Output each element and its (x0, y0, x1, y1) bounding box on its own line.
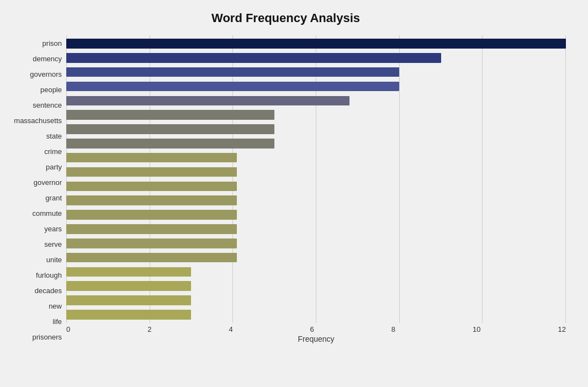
bar-row (66, 122, 566, 136)
y-label: commute (33, 210, 62, 217)
bar-row (66, 308, 566, 322)
y-label: grant (45, 194, 62, 202)
y-label: state (46, 132, 62, 140)
bar-row (66, 51, 566, 65)
y-label: party (46, 163, 62, 171)
y-label: prison (43, 40, 62, 47)
bar (66, 153, 237, 163)
bar (66, 267, 191, 277)
y-label: serve (44, 241, 62, 248)
y-label: governor (34, 179, 62, 186)
bar-row (66, 136, 566, 151)
y-label: prisoners (33, 333, 62, 341)
bars-area (66, 35, 566, 323)
chart-area: prisondemencygovernorspeoplesentencemass… (6, 35, 566, 345)
bar (66, 167, 237, 177)
x-tick-labels: 024681012 (66, 325, 566, 333)
bar-row (66, 151, 566, 165)
y-label: furlough (36, 272, 62, 279)
bars-wrapper (66, 35, 566, 323)
bar (66, 224, 237, 234)
bar-row (66, 165, 566, 179)
bar (66, 195, 237, 205)
y-label: life (52, 318, 62, 325)
bar (66, 39, 566, 49)
bar-row (66, 279, 566, 293)
y-axis-labels: prisondemencygovernorspeoplesentencemass… (6, 35, 66, 345)
bar (66, 295, 191, 305)
y-label: unite (46, 256, 62, 263)
bar-row (66, 222, 566, 236)
bar (66, 281, 191, 291)
y-label: crime (44, 148, 62, 155)
bar (66, 110, 274, 120)
y-label: decades (35, 287, 62, 294)
x-tick-label: 4 (229, 325, 232, 333)
bar-row (66, 79, 566, 94)
bar (66, 96, 349, 106)
x-axis: 024681012 Frequency (66, 323, 566, 345)
bar-row (66, 236, 566, 251)
bar-row (66, 108, 566, 122)
bar-row (66, 179, 566, 193)
x-axis-title: Frequency (66, 335, 566, 343)
x-tick-label: 2 (147, 325, 151, 333)
bar-row (66, 193, 566, 208)
bar (66, 238, 237, 248)
bar (66, 124, 274, 134)
y-label: sentence (33, 102, 62, 109)
x-tick-label: 10 (473, 325, 480, 333)
y-label: demency (33, 55, 62, 62)
bar (66, 210, 237, 220)
bar-row (66, 36, 566, 51)
chart-title: Word Frequency Analysis (6, 11, 566, 25)
bar (66, 310, 191, 320)
bar-row (66, 65, 566, 79)
bar (66, 182, 237, 192)
x-tick-label: 6 (310, 325, 314, 333)
bar-row (66, 251, 566, 265)
bar-row (66, 265, 566, 279)
x-tick-label: 12 (558, 325, 565, 333)
x-tick-label: 8 (391, 325, 395, 333)
y-label: new (49, 303, 62, 310)
bar (66, 82, 399, 92)
bars-and-xaxis: 024681012 Frequency (66, 35, 566, 345)
bar (66, 53, 441, 63)
y-label: massachusetts (14, 117, 62, 124)
bar (66, 139, 274, 149)
bar-row (66, 93, 566, 108)
bar (66, 253, 237, 263)
chart-container: Word Frequency Analysis prisondemencygov… (0, 0, 588, 387)
y-label: governors (30, 71, 62, 78)
y-label: people (40, 86, 62, 93)
bar-row (66, 208, 566, 222)
bar (66, 67, 399, 77)
bar-row (66, 293, 566, 308)
y-label: years (44, 225, 62, 232)
x-tick-label: 0 (66, 325, 70, 333)
